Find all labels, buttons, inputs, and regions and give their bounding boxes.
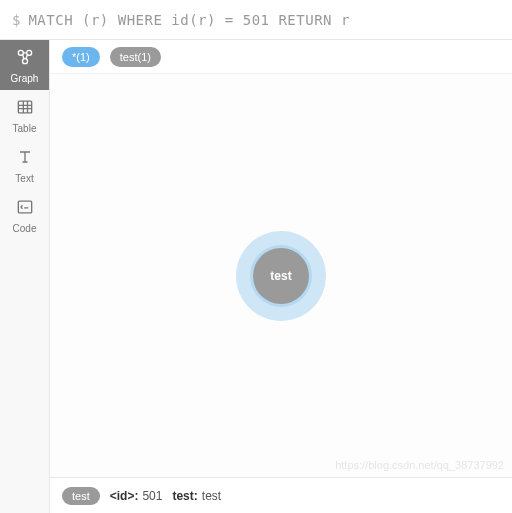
chip-label-test[interactable]: test(1) [110, 47, 161, 67]
svg-point-2 [22, 58, 27, 63]
tab-graph[interactable]: Graph [0, 40, 49, 90]
main-area: Graph Table Text [0, 40, 512, 513]
graph-node-test[interactable]: test [250, 245, 312, 307]
sidebar-item-label: Text [15, 173, 33, 184]
node-details-footer: test <id>: 501 test: test [50, 477, 512, 513]
sidebar-item-label: Graph [11, 73, 39, 84]
footer-prop-val: test [202, 489, 221, 503]
svg-point-1 [26, 50, 31, 55]
sidebar-item-label: Table [13, 123, 37, 134]
sidebar-item-label: Code [13, 223, 37, 234]
footer-prop-test: test: test [172, 489, 221, 503]
svg-point-0 [18, 50, 23, 55]
table-icon [15, 97, 35, 121]
graph-canvas[interactable]: test https://blog.csdn.net/qq_38737992 [50, 74, 512, 477]
footer-id: <id>: 501 [110, 489, 163, 503]
graph-node-wrapper: test [236, 231, 326, 321]
view-sidebar: Graph Table Text [0, 40, 50, 513]
svg-rect-4 [18, 201, 31, 213]
watermark: https://blog.csdn.net/qq_38737992 [335, 459, 504, 471]
text-icon [15, 147, 35, 171]
footer-label-chip[interactable]: test [62, 487, 100, 505]
footer-prop-key: test: [172, 489, 197, 503]
query-prompt: $ [12, 12, 20, 28]
node-selection-halo: test [236, 231, 326, 321]
svg-rect-3 [18, 101, 31, 113]
query-bar: $ MATCH (r) WHERE id(r) = 501 RETURN r [0, 0, 512, 40]
tab-text[interactable]: Text [0, 140, 49, 190]
code-icon [15, 197, 35, 221]
chip-all-nodes[interactable]: *(1) [62, 47, 100, 67]
graph-icon [15, 47, 35, 71]
footer-id-key: <id>: [110, 489, 139, 503]
tab-code[interactable]: Code [0, 190, 49, 240]
tab-table[interactable]: Table [0, 90, 49, 140]
label-chips: *(1) test(1) [50, 40, 512, 74]
result-panel: *(1) test(1) test https://blog.csdn.net/… [50, 40, 512, 513]
query-text[interactable]: MATCH (r) WHERE id(r) = 501 RETURN r [28, 12, 349, 28]
footer-id-val: 501 [142, 489, 162, 503]
